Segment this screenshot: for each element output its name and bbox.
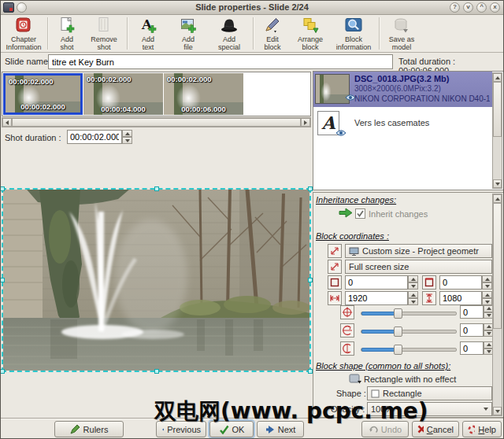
rotate-z-slider[interactable] (361, 312, 457, 315)
scroll-down-icon[interactable] (493, 407, 502, 415)
next-button[interactable]: Next (257, 421, 304, 437)
screen-preset-value: Full screen size (349, 262, 409, 271)
inheritance-heading: Inheritance changes: (316, 195, 396, 205)
slider-handle[interactable] (394, 326, 402, 337)
cancel-button[interactable]: Cancel (412, 421, 459, 437)
block-dimensions: 3008×2000(6.0MPix:3.2) (354, 84, 441, 93)
size-preset-combo[interactable]: Custom size - Project geometr (345, 244, 492, 258)
toolbar-button-chapter-information[interactable]: Chapter Information (2, 17, 46, 51)
help-button-label: Help (478, 425, 496, 434)
window-unshade-button[interactable]: ^ (476, 2, 487, 13)
toolbar-button-add-file[interactable]: Add file (169, 17, 207, 51)
selection-handle[interactable] (0, 186, 5, 191)
scroll-left-icon[interactable] (2, 118, 12, 127)
scroll-up-icon[interactable] (493, 194, 502, 203)
block-list-scrollbar[interactable] (492, 72, 502, 189)
coordinates-heading: Block coordinates : (316, 231, 389, 241)
width-input[interactable] (345, 291, 408, 305)
selection-handle[interactable] (0, 278, 5, 282)
scrollbar-thumb[interactable] (493, 203, 502, 329)
toolbar-button-save-as-model[interactable]: Save as model (382, 17, 421, 51)
x-position-stepper[interactable] (408, 275, 418, 290)
rotate-x-slider[interactable] (361, 330, 457, 334)
shot-thumbnail[interactable]: 00:00:02.000 00:00:06.000 (164, 73, 243, 115)
screen-preset-combo[interactable]: Full screen size (345, 260, 492, 274)
check-icon (219, 425, 229, 434)
toolbar-button-block-information[interactable]: Block information (332, 17, 376, 51)
block-list-item-photo[interactable]: DSC_0018.JPG(3.2 Mb) 3008×2000(6.0MPix:3… (313, 72, 492, 107)
properties-scrollbar[interactable] (492, 194, 502, 416)
shot-duration-stepper[interactable] (122, 130, 132, 144)
x-position-input[interactable] (345, 275, 408, 290)
rotate-y-input[interactable] (460, 341, 484, 355)
rotate-z-input[interactable] (460, 305, 484, 319)
y-position-stepper[interactable] (482, 275, 492, 290)
height-stepper[interactable] (482, 291, 492, 305)
scroll-right-icon[interactable] (301, 118, 310, 127)
scroll-down-icon[interactable] (493, 179, 502, 188)
undo-button[interactable]: Undo (361, 421, 409, 437)
opacity-value: 100% (371, 404, 393, 414)
scrollbar-thumb[interactable] (493, 82, 502, 137)
slider-handle[interactable] (394, 345, 402, 355)
toolbar-button-add-special[interactable]: Add special (209, 17, 250, 51)
toolbar-button-label-line: special (209, 44, 250, 52)
shot-duration-label: Shot duration : (5, 133, 61, 142)
shape-combo[interactable]: Rectangle (367, 386, 492, 400)
scroll-up-icon[interactable] (493, 73, 502, 82)
slide-name-label: Slide name: (5, 57, 50, 66)
window-shade-button[interactable]: v (463, 2, 473, 13)
shot-thumbnail[interactable]: 00:00:02.000 00:00:04.000 (83, 73, 163, 115)
reset-size-button[interactable] (328, 244, 342, 258)
toolbar-separator (127, 17, 128, 50)
inherit-changes-checkbox[interactable] (355, 208, 365, 219)
title-bar[interactable]: Slide properties - Slide 2/24 ? v ^ x (1, 1, 503, 15)
rotate-y-slider[interactable] (361, 348, 457, 352)
selection-handle[interactable] (154, 369, 159, 374)
height-input[interactable] (439, 291, 482, 305)
help-lifering-icon (468, 425, 475, 434)
block-title: Vers les casemates (354, 118, 429, 127)
rulers-button[interactable]: Rulers (54, 421, 124, 437)
previous-button[interactable]: Previous (156, 421, 206, 437)
full-screen-button[interactable] (328, 260, 342, 274)
slide-name-input[interactable] (48, 54, 393, 69)
shot-thumbnail[interactable]: 00:00:02.000 00:00:02.000 (3, 73, 83, 115)
toolbar-button-label-line: shot (84, 44, 124, 52)
toolbar-button-remove-shot[interactable]: Remove shot (84, 17, 124, 51)
magic-hat-icon (209, 17, 250, 36)
window-help-button[interactable]: ? (450, 2, 460, 13)
help-button[interactable]: Help (462, 421, 502, 437)
slide-preview-block[interactable] (3, 190, 309, 371)
block-shape-heading: Block shape (common to all shots): (316, 361, 450, 371)
ok-button[interactable]: OK (209, 421, 254, 437)
shot-endtime-overlay: 00:00:06.000 (181, 105, 226, 113)
selection-handle[interactable] (0, 369, 5, 374)
toolbar-button-edit-block[interactable]: Edit block (256, 17, 289, 51)
inherit-changes-label: Inherit changes (369, 209, 428, 219)
toolbar-button-arrange-block[interactable]: Arrange block (291, 17, 330, 51)
x-position-icon (328, 275, 342, 290)
undo-icon (369, 425, 378, 434)
width-stepper[interactable] (408, 291, 418, 305)
shot-duration-overlay: 00:00:02.000 (9, 77, 54, 86)
timeline-scrollbar[interactable] (2, 117, 311, 127)
slide-properties-window: Slide properties - Slide 2/24 ? v ^ x Ch… (0, 0, 504, 439)
rotate-x-input[interactable] (460, 323, 484, 337)
rotate-z-icon (340, 305, 354, 319)
window-title: Slide properties - Slide 2/24 (1, 2, 503, 12)
window-close-button[interactable]: x (490, 2, 500, 13)
toolbar-button-add-text[interactable]: A Add text (130, 17, 166, 51)
shot-timeline: 00:00:02.000 00:00:02.000 00:00:02.000 0… (2, 72, 311, 116)
shape-effect-button[interactable]: Rectangle with no effect (364, 374, 456, 384)
selection-handle[interactable] (154, 186, 159, 191)
visibility-eye-icon[interactable] (335, 129, 346, 138)
opacity-combo[interactable]: 100% (367, 402, 492, 416)
opacity-label: Opacity : (331, 404, 365, 414)
y-position-input[interactable] (439, 275, 482, 290)
block-list-item-text[interactable]: A Vers les casemates (313, 107, 492, 140)
shot-duration-input[interactable] (67, 130, 122, 144)
scrollbar-thumb[interactable] (12, 118, 301, 127)
slider-handle[interactable] (394, 308, 402, 319)
toolbar-button-add-shot[interactable]: Add shot (50, 17, 84, 51)
